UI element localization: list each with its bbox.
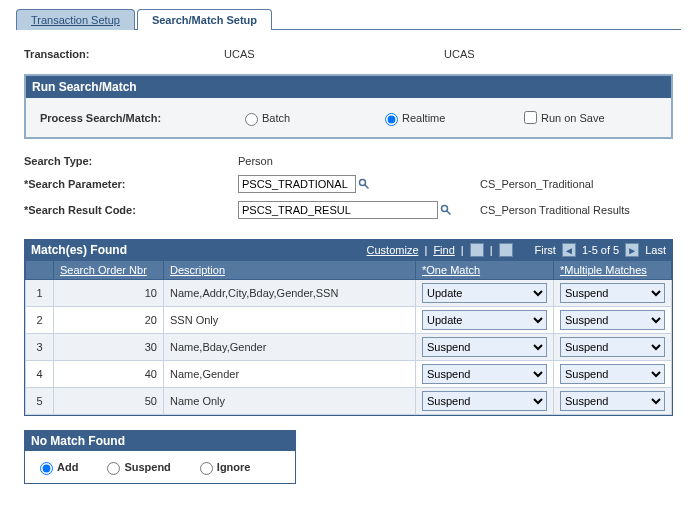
row-number: 2 <box>26 307 54 334</box>
realtime-radio[interactable] <box>385 113 398 126</box>
col-description[interactable]: Description <box>164 261 416 280</box>
tab-transaction-setup[interactable]: Transaction Setup <box>16 9 135 30</box>
run-on-save-checkbox[interactable] <box>524 111 537 124</box>
row-number: 1 <box>26 280 54 307</box>
row-description: Name Only <box>164 388 416 415</box>
one-match-select[interactable]: Suspend <box>422 364 547 384</box>
run-search-match-section: Run Search/Match Process Search/Match: B… <box>24 74 673 139</box>
process-search-match-label: Process Search/Match: <box>40 112 240 124</box>
col-one-match[interactable]: *One Match <box>416 261 554 280</box>
no-match-ignore-radio[interactable] <box>200 462 213 475</box>
search-type-value: Person <box>238 155 273 167</box>
multiple-matches-select[interactable]: Suspend <box>560 337 665 357</box>
svg-point-0 <box>360 180 366 186</box>
grid-prev-icon[interactable]: ◄ <box>562 243 576 257</box>
row-description: SSN Only <box>164 307 416 334</box>
multiple-matches-select[interactable]: Suspend <box>560 283 665 303</box>
tab-search-match-setup[interactable]: Search/Match Setup <box>137 9 272 30</box>
grid-download-icon[interactable] <box>499 243 513 257</box>
search-parameter-lookup-icon[interactable] <box>358 178 370 190</box>
no-match-ignore-label: Ignore <box>217 461 251 473</box>
search-result-code-input[interactable] <box>238 201 438 219</box>
grid-next-icon[interactable]: ► <box>625 243 639 257</box>
matches-found-title: Match(es) Found <box>31 243 127 257</box>
table-row: 220SSN OnlyUpdateSuspend <box>26 307 672 334</box>
transaction-name: UCAS <box>444 48 475 60</box>
search-parameter-input[interactable] <box>238 175 356 193</box>
no-match-add-option[interactable]: Add <box>35 459 78 475</box>
row-number: 5 <box>26 388 54 415</box>
one-match-select[interactable]: Update <box>422 283 547 303</box>
no-match-add-radio[interactable] <box>40 462 53 475</box>
search-order-nbr: 10 <box>54 280 164 307</box>
multiple-matches-select[interactable]: Suspend <box>560 391 665 411</box>
realtime-label: Realtime <box>402 112 445 124</box>
run-search-match-title: Run Search/Match <box>26 76 671 98</box>
multiple-matches-select[interactable]: Suspend <box>560 310 665 330</box>
search-order-nbr: 40 <box>54 361 164 388</box>
no-match-ignore-option[interactable]: Ignore <box>195 459 251 475</box>
grid-find-link[interactable]: Find <box>433 244 454 256</box>
search-type-label: Search Type: <box>24 155 238 167</box>
transaction-label: Transaction: <box>24 48 224 60</box>
batch-label: Batch <box>262 112 290 124</box>
no-match-suspend-label: Suspend <box>124 461 170 473</box>
matches-table: Search Order Nbr Description *One Match … <box>25 260 672 415</box>
search-order-nbr: 50 <box>54 388 164 415</box>
grid-last-label[interactable]: Last <box>645 244 666 256</box>
process-mode-realtime[interactable]: Realtime <box>380 110 520 126</box>
search-order-nbr: 20 <box>54 307 164 334</box>
table-row: 330Name,Bday,GenderSuspendSuspend <box>26 334 672 361</box>
row-description: Name,Addr,City,Bday,Gender,SSN <box>164 280 416 307</box>
no-match-suspend-radio[interactable] <box>107 462 120 475</box>
table-row: 550Name OnlySuspendSuspend <box>26 388 672 415</box>
search-parameter-desc: CS_Person_Traditional <box>480 178 593 190</box>
col-search-order-nbr[interactable]: Search Order Nbr <box>54 261 164 280</box>
no-match-found-title: No Match Found <box>25 431 295 451</box>
no-match-add-label: Add <box>57 461 78 473</box>
grid-view-all-icon[interactable] <box>470 243 484 257</box>
table-row: 440Name,GenderSuspendSuspend <box>26 361 672 388</box>
col-rownum <box>26 261 54 280</box>
no-match-suspend-option[interactable]: Suspend <box>102 459 170 475</box>
search-result-code-label: *Search Result Code: <box>24 204 238 216</box>
svg-point-2 <box>442 206 448 212</box>
one-match-select[interactable]: Suspend <box>422 337 547 357</box>
row-number: 4 <box>26 361 54 388</box>
multiple-matches-select[interactable]: Suspend <box>560 364 665 384</box>
grid-customize-link[interactable]: Customize <box>367 244 419 256</box>
search-order-nbr: 30 <box>54 334 164 361</box>
search-result-code-desc: CS_Person Traditional Results <box>480 204 630 216</box>
table-row: 110Name,Addr,City,Bday,Gender,SSNUpdateS… <box>26 280 672 307</box>
row-description: Name,Gender <box>164 361 416 388</box>
svg-line-1 <box>365 185 369 189</box>
run-on-save-label: Run on Save <box>541 112 605 124</box>
search-parameter-label: *Search Parameter: <box>24 178 238 190</box>
col-multiple-matches[interactable]: *Multiple Matches <box>554 261 672 280</box>
svg-line-3 <box>447 211 451 215</box>
search-result-code-lookup-icon[interactable] <box>440 204 452 216</box>
tab-strip: Transaction Setup Search/Match Setup <box>16 8 681 30</box>
matches-found-grid: Match(es) Found Customize | Find | | Fir… <box>24 239 673 416</box>
row-description: Name,Bday,Gender <box>164 334 416 361</box>
row-number: 3 <box>26 334 54 361</box>
one-match-select[interactable]: Suspend <box>422 391 547 411</box>
no-match-found-section: No Match Found Add Suspend Ignore <box>24 430 296 484</box>
one-match-select[interactable]: Update <box>422 310 547 330</box>
grid-range: 1-5 of 5 <box>582 244 619 256</box>
transaction-code: UCAS <box>224 48 444 60</box>
grid-first-label[interactable]: First <box>535 244 556 256</box>
run-on-save-option[interactable]: Run on Save <box>520 108 605 127</box>
process-mode-batch[interactable]: Batch <box>240 110 380 126</box>
batch-radio[interactable] <box>245 113 258 126</box>
